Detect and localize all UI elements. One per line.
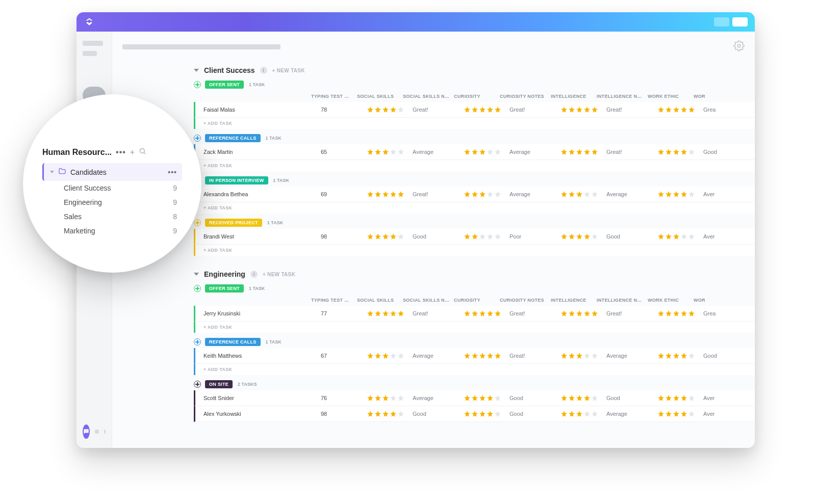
cell-curiosity-stars[interactable] xyxy=(464,352,509,359)
search-icon[interactable] xyxy=(139,147,146,157)
col-partial[interactable]: WOR xyxy=(694,298,724,303)
cell-curiosity-note[interactable]: Average xyxy=(509,191,560,197)
new-task-button[interactable]: + NEW TASK xyxy=(263,272,295,277)
cell-ethic-stars[interactable] xyxy=(657,410,703,417)
add-task-button[interactable]: + ADD TASK xyxy=(194,160,755,171)
cell-social-note[interactable]: Average xyxy=(413,395,464,401)
cell-wpm[interactable]: 76 xyxy=(321,395,367,401)
cell-curiosity-stars[interactable] xyxy=(464,394,509,402)
plus-icon[interactable]: + xyxy=(130,148,135,157)
task-row[interactable]: Jerry Krusinski 77 Great! Great! Great! … xyxy=(194,306,755,322)
group-header[interactable]: Client Success i + NEW TASK xyxy=(194,62,755,78)
cell-intel-stars[interactable] xyxy=(560,233,606,240)
star-rating[interactable] xyxy=(464,106,509,113)
cell-social-note[interactable]: Good xyxy=(413,233,464,240)
space-header[interactable]: Human Resourc... ••• + xyxy=(42,147,182,157)
cell-wpm[interactable]: 98 xyxy=(321,233,367,240)
cell-intel-note[interactable]: Average xyxy=(606,191,657,197)
star-rating[interactable] xyxy=(560,106,606,113)
cell-social-note[interactable]: Great! xyxy=(413,107,464,113)
cell-social-stars[interactable] xyxy=(367,352,413,359)
status-badge[interactable]: IN PERSON INTERVIEW xyxy=(205,176,268,184)
cell-wpm[interactable]: 67 xyxy=(321,353,367,359)
star-rating[interactable] xyxy=(367,233,413,240)
cell-ethic-note[interactable]: Aver xyxy=(703,233,734,240)
status-badge[interactable]: REFERENCE CALLS xyxy=(205,134,261,142)
cell-curiosity-note[interactable]: Good xyxy=(509,411,560,417)
status-badge[interactable]: REFERENCE CALLS xyxy=(205,338,261,346)
cell-social-stars[interactable] xyxy=(367,106,413,113)
col-partial[interactable]: WOR xyxy=(694,94,724,99)
status-badge[interactable]: OFFER SENT xyxy=(205,284,244,293)
cell-ethic-note[interactable]: Aver xyxy=(703,411,734,417)
more-icon[interactable]: ••• xyxy=(168,168,177,176)
cell-social-stars[interactable] xyxy=(367,310,413,317)
cell-wpm[interactable]: 98 xyxy=(321,411,367,417)
cell-wpm[interactable]: 77 xyxy=(321,310,367,316)
cell-intel-stars[interactable] xyxy=(560,106,606,113)
star-rating[interactable] xyxy=(560,394,606,402)
window-control-min[interactable] xyxy=(714,17,729,26)
star-rating[interactable] xyxy=(657,148,703,155)
cell-curiosity-stars[interactable] xyxy=(464,191,509,198)
task-row[interactable]: Keith Matthews 67 Average Great! Average… xyxy=(194,348,755,364)
status-badge[interactable]: OFFER SENT xyxy=(205,81,244,89)
cell-social-note[interactable]: Great! xyxy=(413,310,464,316)
add-circle-icon[interactable] xyxy=(194,285,201,292)
cell-intel-stars[interactable] xyxy=(560,410,606,417)
cell-intel-stars[interactable] xyxy=(560,394,606,402)
cell-intel-stars[interactable] xyxy=(560,148,606,155)
cell-ethic-stars[interactable] xyxy=(657,233,703,240)
task-row[interactable]: Alexandra Bethea 69 Great! Average Avera… xyxy=(194,187,755,202)
add-task-button[interactable]: + ADD TASK xyxy=(194,322,755,333)
status-header[interactable]: ON SITE 2 TASKS xyxy=(194,378,755,390)
gear-icon[interactable] xyxy=(733,40,745,54)
cell-ethic-stars[interactable] xyxy=(657,106,703,113)
star-rating[interactable] xyxy=(464,310,509,317)
task-row[interactable]: Alex Yurkowski 98 Good Good Average Aver xyxy=(194,406,755,422)
info-icon[interactable]: i xyxy=(250,271,258,278)
col-typing[interactable]: TYPING TEST WPM xyxy=(311,94,357,99)
task-row[interactable]: Brandi West 98 Good Poor Good Aver xyxy=(194,229,755,245)
cell-curiosity-note[interactable]: Great! xyxy=(509,353,560,359)
cell-social-note[interactable]: Average xyxy=(413,149,464,155)
cell-ethic-stars[interactable] xyxy=(657,148,703,155)
col-intelligence-notes[interactable]: INTELLIGENCE NOTES xyxy=(597,298,648,303)
star-rating[interactable] xyxy=(657,191,703,198)
cell-ethic-note[interactable]: Good xyxy=(703,149,734,155)
add-circle-icon[interactable] xyxy=(194,381,201,388)
cell-ethic-note[interactable]: Aver xyxy=(703,395,734,401)
star-rating[interactable] xyxy=(560,310,606,317)
cell-intel-stars[interactable] xyxy=(560,310,606,317)
cell-ethic-stars[interactable] xyxy=(657,352,703,359)
sidebar-sub-item[interactable]: Marketing 9 xyxy=(42,224,182,238)
add-circle-icon[interactable] xyxy=(194,81,201,88)
sidebar-sub-item[interactable]: Sales 8 xyxy=(42,209,182,224)
cell-intel-note[interactable]: Average xyxy=(606,353,657,359)
status-badge[interactable]: RECEIVED PROJECT xyxy=(205,219,262,227)
col-social-notes[interactable]: SOCIAL SKILLS NOTES xyxy=(403,94,454,99)
cell-intel-note[interactable]: Good xyxy=(606,395,657,401)
col-work-ethic[interactable]: WORK ETHIC xyxy=(648,298,694,303)
cell-social-stars[interactable] xyxy=(367,233,413,240)
cell-social-note[interactable]: Average xyxy=(413,353,464,359)
star-rating[interactable] xyxy=(657,352,703,359)
star-rating[interactable] xyxy=(560,148,606,155)
cell-curiosity-stars[interactable] xyxy=(464,106,509,113)
star-rating[interactable] xyxy=(464,352,509,359)
cell-social-note[interactable]: Good xyxy=(413,411,464,417)
cell-curiosity-note[interactable]: Great! xyxy=(509,107,560,113)
cell-curiosity-note[interactable]: Average xyxy=(509,149,560,155)
chat-icon[interactable] xyxy=(83,425,90,439)
add-task-button[interactable]: + ADD TASK xyxy=(194,245,755,256)
cell-social-stars[interactable] xyxy=(367,394,413,402)
col-curiosity-notes[interactable]: CURIOSITY NOTES xyxy=(500,94,551,99)
add-circle-icon[interactable] xyxy=(194,135,201,142)
cell-social-stars[interactable] xyxy=(367,410,413,417)
star-rating[interactable] xyxy=(367,310,413,317)
star-rating[interactable] xyxy=(464,410,509,417)
star-rating[interactable] xyxy=(464,394,509,402)
cell-intel-note[interactable]: Great! xyxy=(606,310,657,316)
star-rating[interactable] xyxy=(657,310,703,317)
cell-wpm[interactable]: 78 xyxy=(321,107,367,113)
